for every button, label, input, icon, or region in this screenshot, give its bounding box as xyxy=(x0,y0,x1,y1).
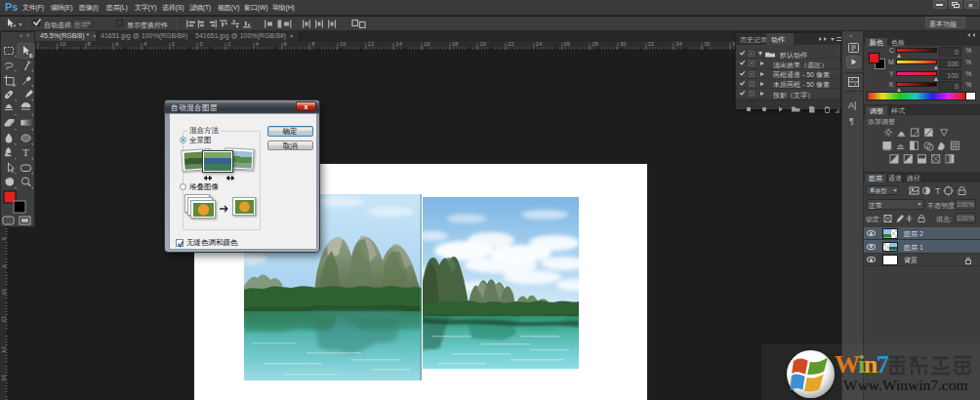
svg-text:T: T xyxy=(22,146,29,158)
svg-text:¶: ¶ xyxy=(849,116,854,126)
svg-text:T: T xyxy=(935,186,941,196)
svg-text:A|: A| xyxy=(848,100,856,110)
